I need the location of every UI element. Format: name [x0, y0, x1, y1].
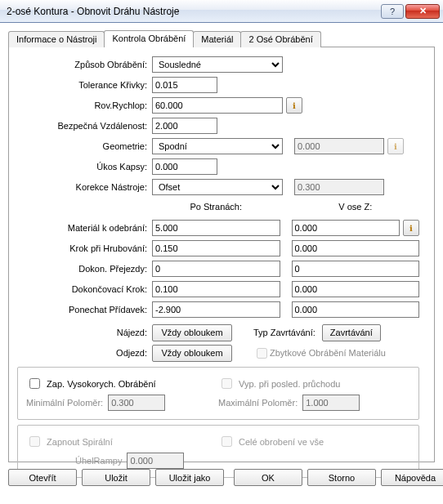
- label-min-radius: Minimální Poloměr:: [26, 398, 103, 408]
- input-max-radius: [302, 395, 360, 411]
- select-tool-comp[interactable]: Ofset: [152, 179, 283, 195]
- label-lead-out: Odjezd:: [17, 348, 152, 358]
- label-spiral: Zapnout Spirální: [47, 437, 113, 447]
- z-stock-info-icon[interactable]: ℹ: [403, 220, 419, 236]
- input-z-finish-passes[interactable]: [292, 261, 420, 277]
- tab-material[interactable]: Materiál: [193, 31, 241, 47]
- label-finish-passes: Dokon. Přejezdy:: [17, 264, 152, 274]
- input-rapid[interactable]: [152, 97, 283, 114]
- tab-bar: Informace o Nástroji Kontrola Obrábění M…: [8, 29, 435, 47]
- button-lead-in[interactable]: Vždy obloukem: [152, 324, 232, 341]
- check-spiral: [29, 436, 40, 447]
- button-lead-out[interactable]: Vždy obloukem: [152, 345, 232, 362]
- input-sides-stock[interactable]: [152, 220, 280, 236]
- label-rapid: Rov.Rychlop:: [17, 100, 152, 110]
- window-title: 2-osé Kontura - Obnovit Dráhu Nástroje: [7, 6, 381, 17]
- input-sides-finish-step[interactable]: [152, 281, 280, 297]
- input-z-allowance[interactable]: [292, 301, 420, 318]
- label-stock-removal: Materiál k odebrání:: [17, 223, 152, 233]
- input-z-stock[interactable]: [292, 220, 400, 236]
- label-hsm: Zap. Vysokorych. Obrábění: [47, 379, 156, 389]
- label-machining-mode: Způsob Obrábění:: [17, 60, 152, 69]
- label-lead-in: Nájezd:: [17, 328, 152, 337]
- label-geometry: Geometrie:: [17, 141, 152, 151]
- label-curve-tolerance: Tolerance Křivky:: [17, 80, 152, 90]
- input-curve-tolerance[interactable]: [152, 77, 217, 93]
- check-off-last-pass: [222, 378, 232, 389]
- help-icon[interactable]: ?: [381, 4, 404, 19]
- input-sides-finish-passes[interactable]: [152, 261, 280, 277]
- dialog-content: Informace o Nástroji Kontrola Obrábění M…: [0, 23, 443, 462]
- label-safe-distance: Bezpečná Vzdálenost:: [17, 121, 152, 131]
- label-rest-machining: Zbytkové Obrábění Materiálu: [270, 348, 386, 358]
- tab-2axis-machining[interactable]: 2 Osé Obrábění: [240, 31, 320, 47]
- input-z-finish-step[interactable]: [292, 281, 420, 297]
- group-hsm: Zap. Vysokorych. Obrábění Vyp. při posle…: [17, 367, 419, 420]
- window-buttons: ? ✕: [381, 4, 440, 19]
- input-sides-allowance[interactable]: [152, 301, 280, 318]
- label-pocket-draft: Úkos Kapsy:: [17, 162, 152, 172]
- input-tool-comp-value: [294, 179, 384, 195]
- label-max-radius: Maximální Poloměr:: [218, 398, 298, 408]
- check-rest-machining: [257, 348, 267, 359]
- button-cancel[interactable]: Storno: [307, 469, 376, 486]
- label-leave-allowance: Ponechat Přídavek:: [17, 305, 152, 314]
- input-ramp-angle: [127, 453, 184, 469]
- close-icon[interactable]: ✕: [405, 4, 440, 19]
- header-sides: Po Stranách:: [152, 202, 280, 212]
- input-min-radius: [108, 395, 165, 411]
- label-plunge-type: Typ Zavrtávání:: [253, 328, 315, 337]
- label-off-last-pass: Vyp. při posled. průchodu: [239, 379, 340, 389]
- label-rough-step: Krok při Hrubování:: [17, 243, 152, 253]
- tab-tool-info[interactable]: Informace o Nástroji: [8, 31, 105, 47]
- input-geometry-value: [294, 138, 384, 154]
- rapid-info-icon[interactable]: ℹ: [286, 97, 302, 114]
- label-full-machining: Celé obrobení ve vše: [239, 437, 324, 447]
- label-ramp-angle: ÚhelRampy: [75, 456, 122, 466]
- label-tool-comp: Korekce Nástroje:: [17, 182, 152, 192]
- select-geometry[interactable]: Spodní: [152, 138, 283, 154]
- input-sides-rough-step[interactable]: [152, 240, 280, 256]
- input-z-rough-step[interactable]: [292, 240, 420, 256]
- input-pocket-draft[interactable]: [152, 158, 217, 175]
- tab-panel: Způsob Obrábění: Sousledné Tolerance Kři…: [8, 47, 435, 462]
- select-machining-mode[interactable]: Sousledné: [152, 56, 283, 73]
- tab-machining-control[interactable]: Kontrola Obrábění: [104, 30, 194, 47]
- button-plunge[interactable]: Zavrtávání: [322, 324, 381, 341]
- geometry-info-icon: ℹ: [387, 138, 404, 154]
- input-safe-distance[interactable]: [152, 118, 217, 134]
- button-save[interactable]: Uložit: [82, 469, 150, 486]
- button-save-as[interactable]: Uložit jako: [155, 469, 224, 486]
- titlebar: 2-osé Kontura - Obnovit Dráhu Nástroje ?…: [0, 0, 443, 23]
- check-full-machining: [222, 436, 232, 447]
- dialog-button-bar: Otevřít Uložit Uložit jako OK Storno Náp…: [0, 462, 443, 494]
- header-zaxis: V ose Z:: [292, 202, 420, 212]
- button-help[interactable]: Nápověda: [381, 469, 443, 486]
- check-hsm[interactable]: [29, 378, 40, 389]
- label-finish-step: Dokončovací Krok:: [17, 284, 152, 294]
- button-open[interactable]: Otevřít: [8, 469, 77, 486]
- button-ok[interactable]: OK: [234, 469, 302, 486]
